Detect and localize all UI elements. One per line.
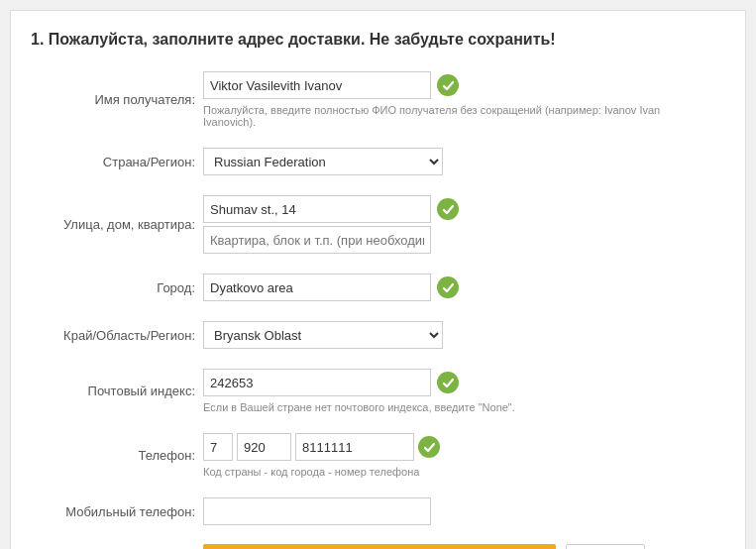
phone-code-input[interactable] [203, 433, 233, 461]
phone-field: Код страны - код города - номер телефона [199, 428, 715, 483]
street-row: Улица, дом, квартира: [31, 190, 715, 259]
phone-hint: Код страны - код города - номер телефона [203, 466, 699, 478]
postal-field: Если в Вашей стране нет почтового индекс… [199, 364, 715, 418]
mobile-input[interactable] [203, 497, 431, 525]
phone-area-input[interactable] [237, 433, 291, 461]
postal-label: Почтовый индекс: [31, 364, 199, 418]
city-field [199, 269, 715, 306]
country-row: Страна/Регион: Russian Federation [31, 143, 715, 180]
recipient-input[interactable] [203, 71, 431, 99]
region-row: Край/Область/Регион: Bryansk Oblast [31, 316, 715, 354]
main-container: 1. Пожалуйста, заполните адрес доставки.… [10, 10, 746, 549]
city-row: Город: [31, 269, 715, 306]
city-input[interactable] [203, 274, 431, 301]
postal-check-icon [437, 372, 459, 393]
postal-hint: Если в Вашей стране нет почтового индекс… [203, 401, 699, 413]
country-label: Страна/Регион: [31, 143, 199, 180]
form-table: Имя получателя: Пожалуйста, введите полн… [31, 66, 715, 530]
city-label: Город: [31, 269, 199, 306]
page-title: 1. Пожалуйста, заполните адрес доставки.… [31, 31, 715, 49]
street-input[interactable] [203, 195, 431, 223]
phone-label: Телефон: [31, 428, 199, 483]
region-select[interactable]: Bryansk Oblast [203, 321, 443, 349]
save-button[interactable]: Сохранить и впредь доставлять по этому а… [203, 544, 556, 549]
buttons-row: Сохранить и впредь доставлять по этому а… [31, 544, 715, 549]
country-select[interactable]: Russian Federation [203, 148, 443, 175]
recipient-row: Имя получателя: Пожалуйста, введите полн… [31, 66, 715, 133]
phone-number-input[interactable] [295, 433, 414, 461]
phone-row: Телефон: Код страны - код города - номер… [31, 428, 715, 483]
cancel-button[interactable]: Отмена [566, 544, 646, 549]
region-label: Край/Область/Регион: [31, 316, 199, 354]
recipient-field: Пожалуйста, введите полностью ФИО получа… [199, 66, 715, 133]
street-label: Улица, дом, квартира: [31, 190, 199, 259]
street-field [199, 190, 715, 259]
mobile-label: Мобильный телефон: [31, 493, 199, 530]
postal-input[interactable] [203, 369, 431, 396]
street-check-icon [437, 198, 459, 220]
region-field: Bryansk Oblast [199, 316, 715, 354]
phone-check-icon [418, 436, 440, 458]
postal-row: Почтовый индекс: Если в Вашей стране нет… [31, 364, 715, 418]
country-field: Russian Federation [199, 143, 715, 180]
recipient-label: Имя получателя: [31, 66, 199, 133]
recipient-check-icon [437, 74, 459, 96]
street2-input[interactable] [203, 226, 431, 254]
recipient-hint: Пожалуйста, введите полностью ФИО получа… [203, 104, 699, 128]
mobile-field [199, 493, 715, 530]
mobile-row: Мобильный телефон: [31, 493, 715, 530]
city-check-icon [437, 276, 459, 298]
